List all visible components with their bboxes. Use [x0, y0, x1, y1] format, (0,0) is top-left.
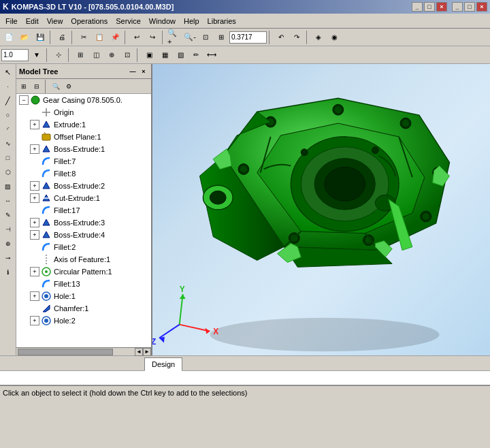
tree-item[interactable]: Fillet:13 [16, 278, 151, 290]
zoom-out-button[interactable]: 🔍- [182, 30, 197, 45]
snap-button[interactable]: ⊹ [51, 48, 66, 63]
tree-expander[interactable]: + [30, 181, 39, 191]
menu-help[interactable]: Help [180, 16, 203, 27]
tree-item[interactable]: +Cut-Extrude:1 [16, 192, 151, 204]
tree-close-button[interactable]: × [139, 67, 148, 76]
tree-tb-1[interactable]: ⊞ [18, 80, 30, 93]
tree-item[interactable]: Chamfer:1 [16, 302, 151, 315]
tree-item[interactable]: +Boss-Extrude:1 [16, 143, 151, 155]
close-button[interactable]: × [476, 2, 487, 12]
zoom-fit-button[interactable]: ⊡ [198, 30, 213, 45]
tree-expander[interactable]: + [30, 218, 39, 227]
save-button[interactable]: 💾 [33, 30, 48, 45]
tree-hscrollbar[interactable]: ◄ ► [16, 347, 151, 355]
tree-item[interactable]: +Boss-Extrude:4 [16, 229, 151, 241]
lt-hatch[interactable]: ▨ [1, 180, 15, 193]
tree-expander[interactable]: + [30, 291, 39, 301]
dim-button[interactable]: ⟷ [204, 48, 219, 63]
tree-expander[interactable]: + [30, 144, 39, 154]
tree-item[interactable]: Fillet:8 [16, 167, 151, 180]
tree-item[interactable]: +Circular Pattern:1 [16, 266, 151, 278]
lt-property[interactable]: ℹ [1, 266, 15, 279]
tree-expander[interactable]: + [30, 193, 39, 203]
tree-tb-3[interactable]: 🔍 [50, 80, 62, 93]
tree-item[interactable]: Offset Plane:1 [16, 131, 151, 143]
menu-window[interactable]: Window [145, 16, 180, 27]
tree-item[interactable]: +Hole:2 [16, 315, 151, 327]
undo-button[interactable]: ↩ [129, 30, 144, 45]
menu-view[interactable]: View [43, 16, 67, 27]
menu-operations[interactable]: Operations [67, 16, 112, 27]
zoom-in-button[interactable]: 🔍+ [167, 30, 182, 45]
tree-hide-button[interactable]: — [128, 67, 137, 76]
tree-scroll-right[interactable]: ► [143, 348, 151, 356]
tree-item[interactable]: Fillet:17 [16, 204, 151, 217]
rotate-left-button[interactable]: ↶ [274, 30, 289, 45]
grid-button[interactable]: ⊞ [73, 48, 88, 63]
ortho-button[interactable]: ⊕ [104, 48, 119, 63]
open-button[interactable]: 📂 [17, 30, 32, 45]
tree-item[interactable]: Origin [16, 106, 151, 118]
tree-root-expander[interactable]: − [19, 95, 29, 105]
scale-input[interactable] [1, 49, 29, 61]
lt-spline[interactable]: ∿ [1, 137, 15, 150]
scale-list-button[interactable]: ▼ [29, 48, 44, 63]
viewport[interactable]: X Y Z [152, 64, 490, 355]
menu-edit[interactable]: Edit [22, 16, 43, 27]
menu-libraries[interactable]: Libraries [203, 16, 240, 27]
lt-select[interactable]: ↖ [1, 65, 15, 79]
rotate-right-button[interactable]: ↷ [289, 30, 304, 45]
copy-button[interactable]: 📋 [92, 30, 107, 45]
command-input[interactable] [3, 374, 487, 382]
print-button[interactable]: 🖨 [54, 30, 69, 45]
tree-tb-2[interactable]: ⊟ [31, 80, 43, 93]
tree-root-item[interactable]: − Gear Casing 078.505.0. [16, 94, 151, 106]
lt-rect[interactable]: □ [1, 151, 15, 165]
design-tab[interactable]: Design [144, 357, 182, 371]
lt-point[interactable]: · [1, 80, 15, 93]
snap2-button[interactable]: ◫ [88, 48, 103, 63]
tree-item[interactable]: Fillet:7 [16, 155, 151, 167]
lt-measure[interactable]: ⊸ [1, 251, 15, 265]
view3d-button[interactable]: ◈ [311, 30, 326, 45]
tree-scroll-left[interactable]: ◄ [135, 348, 143, 356]
zoom-value-input[interactable] [229, 31, 267, 44]
lt-circle[interactable]: ○ [1, 108, 15, 122]
3d-op2-button[interactable]: ▦ [157, 48, 172, 63]
doc-minimize-button[interactable]: _ [412, 2, 423, 12]
dims-button[interactable]: ⊡ [120, 48, 135, 63]
minimize-button[interactable]: _ [452, 2, 463, 12]
lt-constraint[interactable]: ⊣ [1, 223, 15, 236]
tree-item[interactable]: +Boss-Extrude:3 [16, 217, 151, 229]
doc-maximize-button[interactable]: □ [424, 2, 435, 12]
tree-item[interactable]: +Extrude:1 [16, 118, 151, 131]
sketch-button[interactable]: ✏ [189, 48, 203, 63]
tree-expander[interactable]: + [30, 316, 39, 325]
model-tree-content[interactable]: − Gear Casing 078.505.0. Origin+Extrude:… [16, 94, 151, 347]
tree-tb-4[interactable]: ⚙ [63, 80, 75, 93]
lt-arc[interactable]: ◜ [1, 123, 15, 136]
lt-snap[interactable]: ⊕ [1, 237, 15, 251]
restore-button[interactable]: □ [464, 2, 475, 12]
3d-op-button[interactable]: ▣ [142, 48, 157, 63]
render-button[interactable]: ◉ [327, 30, 342, 45]
lt-polygon[interactable]: ⬡ [1, 165, 15, 179]
menu-file[interactable]: File [1, 16, 22, 27]
menu-service[interactable]: Service [112, 16, 145, 27]
paste-button[interactable]: 📌 [108, 30, 122, 45]
tree-item[interactable]: +Boss-Extrude:2 [16, 180, 151, 192]
doc-close-button[interactable]: × [436, 2, 447, 12]
lt-note[interactable]: ✎ [1, 208, 15, 222]
new-button[interactable]: 📄 [1, 30, 16, 45]
redo-button[interactable]: ↪ [145, 30, 160, 45]
lt-dim[interactable]: ↔ [1, 194, 15, 208]
tree-expander[interactable]: + [30, 267, 39, 276]
tree-hscroll-thumb[interactable] [18, 349, 113, 355]
lt-line[interactable]: ╱ [1, 94, 15, 108]
zoom-select-button[interactable]: ⊞ [214, 30, 229, 45]
plane-button[interactable]: ▧ [173, 48, 188, 63]
tree-item[interactable]: Fillet:2 [16, 241, 151, 253]
tree-item[interactable]: +Hole:1 [16, 290, 151, 302]
tree-expander[interactable]: + [30, 230, 39, 240]
tree-expander[interactable]: + [30, 120, 39, 129]
